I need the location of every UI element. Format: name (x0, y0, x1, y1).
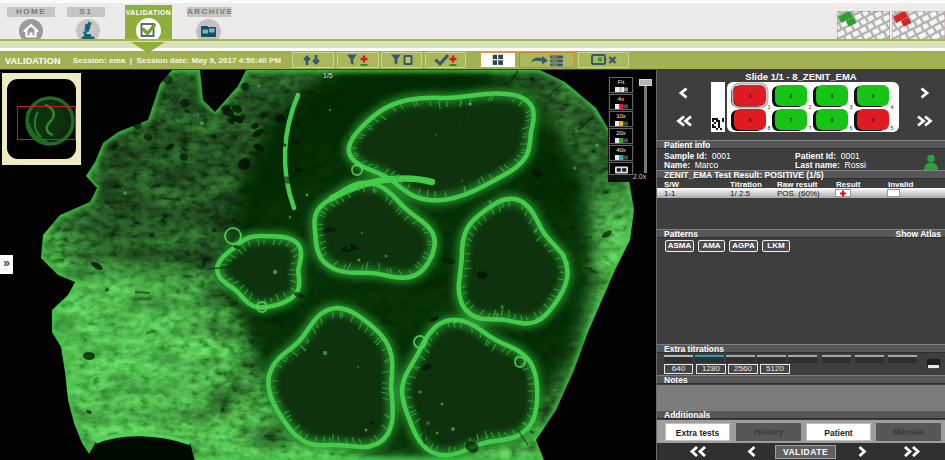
svg-text:7: 7 (790, 117, 793, 123)
svg-text:7: 7 (809, 125, 812, 131)
svg-text:2: 2 (809, 104, 812, 110)
svg-text:1: 1 (768, 104, 771, 110)
svg-text:6: 6 (831, 117, 834, 123)
svg-text:3: 3 (831, 93, 834, 99)
svg-text:4: 4 (872, 93, 875, 99)
svg-text:3: 3 (850, 104, 853, 110)
svg-text:8: 8 (768, 125, 771, 131)
svg-text:6: 6 (850, 125, 853, 131)
svg-text:8: 8 (749, 117, 752, 123)
svg-text:5: 5 (891, 125, 894, 131)
svg-text:5: 5 (872, 117, 875, 123)
svg-text:1: 1 (749, 93, 752, 99)
svg-text:2: 2 (790, 93, 793, 99)
svg-text:4: 4 (891, 104, 894, 110)
